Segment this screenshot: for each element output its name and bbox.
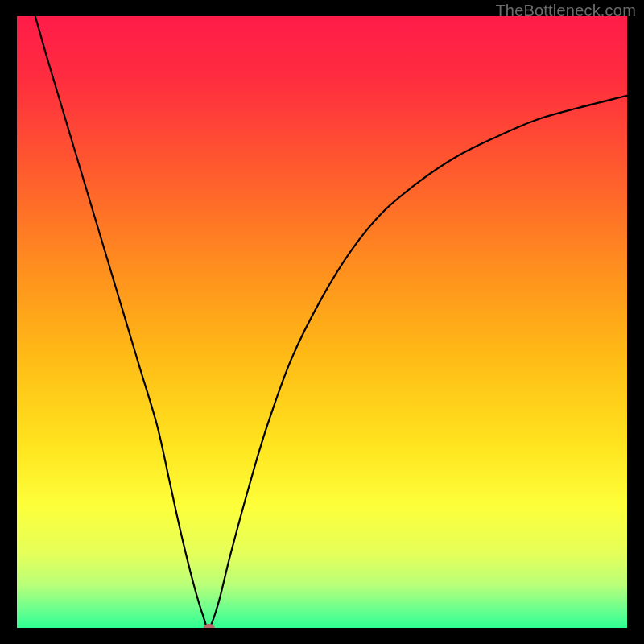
bottleneck-chart: [17, 16, 627, 628]
gradient-background: [17, 16, 627, 628]
watermark-text: TheBottleneck.com: [495, 2, 636, 20]
